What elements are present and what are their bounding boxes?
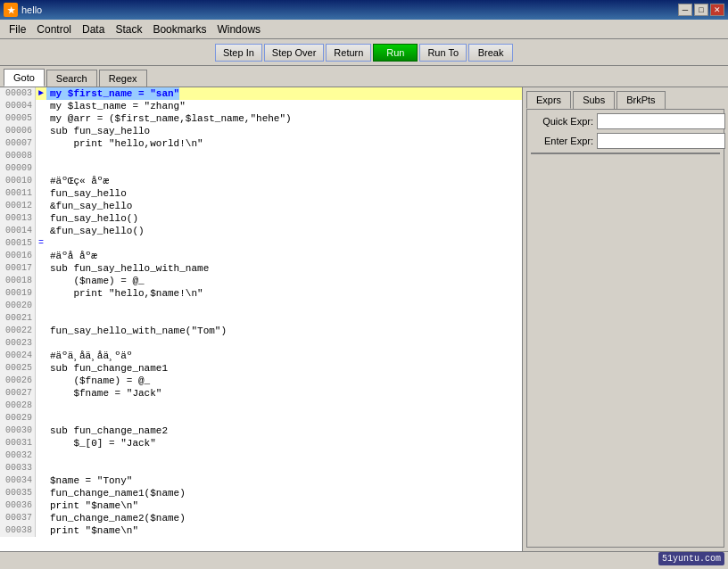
table-row[interactable]: 00004my $last_name = "zhang": [0, 100, 522, 112]
toolbar-btn-return[interactable]: Return: [326, 44, 371, 62]
line-number: 00020: [0, 300, 36, 312]
menu-bookmarks[interactable]: Bookmarks: [147, 21, 211, 37]
line-marker: =: [36, 237, 46, 250]
table-row[interactable]: 00026 ($fname) = @_: [0, 375, 522, 387]
close-button[interactable]: ✕: [710, 4, 724, 16]
line-number: 00011: [0, 187, 36, 200]
line-number: 00010: [0, 175, 36, 187]
table-row[interactable]: 00020: [0, 300, 522, 312]
table-row[interactable]: 00031 $_[0] = "Jack": [0, 437, 522, 449]
menu-file[interactable]: File: [4, 21, 31, 37]
enter-expr-input[interactable]: [597, 133, 725, 149]
line-number: 00023: [0, 337, 36, 350]
tab-brkpts[interactable]: BrkPts: [616, 91, 665, 109]
menu-stack[interactable]: Stack: [110, 21, 147, 37]
table-row[interactable]: 00022fun_say_hello_with_name("Tom"): [0, 325, 522, 337]
line-number: 00032: [0, 449, 36, 462]
table-row[interactable]: 00006sub fun_say_hello: [0, 125, 522, 137]
table-row[interactable]: 00029: [0, 412, 522, 425]
line-code: $fname = "Jack": [46, 387, 161, 400]
menu-control[interactable]: Control: [31, 21, 77, 37]
title-bar: ★ hello ─ □ ✕: [0, 0, 728, 20]
line-number: 00015: [0, 237, 36, 250]
table-row[interactable]: 00009: [0, 162, 522, 175]
table-row[interactable]: 00017sub fun_say_hello_with_name: [0, 262, 522, 275]
quick-expr-input[interactable]: [597, 113, 725, 129]
table-row[interactable]: 00011fun_say_hello: [0, 187, 522, 200]
line-number: 00018: [0, 275, 36, 287]
line-marker: ►: [36, 87, 46, 100]
tab-regex[interactable]: Regex: [99, 70, 147, 87]
table-row[interactable]: 00037fun_change_name2($name): [0, 512, 522, 524]
table-row[interactable]: 00007 print "hello,world!\n": [0, 137, 522, 150]
line-number: 00008: [0, 150, 36, 162]
table-row[interactable]: 00013fun_say_hello(): [0, 212, 522, 225]
line-code: sub fun_say_hello: [46, 125, 150, 137]
line-number: 00038: [0, 524, 36, 537]
table-row[interactable]: 00015=: [0, 237, 522, 250]
menu-data[interactable]: Data: [77, 21, 110, 37]
toolbar-btn-step-over[interactable]: Step Over: [264, 44, 325, 62]
toolbar-btn-step-in[interactable]: Step In: [215, 44, 262, 62]
table-row[interactable]: 00014&fun_say_hello(): [0, 225, 522, 237]
tab-exprs[interactable]: Exprs: [526, 91, 571, 109]
toolbar-btn-run-to[interactable]: Run To: [419, 44, 467, 62]
table-row[interactable]: 00025sub fun_change_name1: [0, 362, 522, 375]
line-code: #äºŒç« åºæ: [46, 175, 109, 187]
table-row[interactable]: 00003►my $first_name = "san": [0, 87, 522, 100]
table-row[interactable]: 00005my @arr = ($first_name,$last_name,"…: [0, 112, 522, 125]
code-panel[interactable]: 00003►my $first_name = "san"00004my $las…: [0, 87, 523, 551]
line-number: 00021: [0, 312, 36, 325]
table-row[interactable]: 00021: [0, 312, 522, 325]
enter-expr-row: Enter Expr:: [531, 133, 720, 149]
line-code: &fun_say_hello: [46, 200, 132, 212]
maximize-button[interactable]: □: [694, 4, 708, 16]
line-number: 00004: [0, 100, 36, 112]
table-row[interactable]: 00016#äºå åºæ: [0, 250, 522, 262]
table-row[interactable]: 00035fun_change_name1($name): [0, 487, 522, 499]
line-number: 00003: [0, 87, 36, 100]
table-row[interactable]: 00012&fun_say_hello: [0, 200, 522, 212]
table-row[interactable]: 00030sub fun_change_name2: [0, 425, 522, 437]
toolbar-btn-break[interactable]: Break: [468, 44, 513, 62]
toolbar-btn-run[interactable]: Run: [373, 44, 418, 62]
line-number: 00025: [0, 362, 36, 375]
minimize-button[interactable]: ─: [678, 4, 692, 16]
line-number: 00016: [0, 250, 36, 262]
line-number: 00037: [0, 512, 36, 524]
quick-expr-label: Quick Expr:: [531, 116, 593, 127]
tab-goto[interactable]: Goto: [4, 69, 45, 87]
table-row[interactable]: 00024#äºä¸åä¸åä¸ºäº: [0, 350, 522, 362]
table-row[interactable]: 00010#äºŒç« åºæ: [0, 175, 522, 187]
table-row[interactable]: 00018 ($name) = @_: [0, 275, 522, 287]
line-code: print "$name\n": [46, 499, 138, 512]
table-row[interactable]: 00027 $fname = "Jack": [0, 387, 522, 400]
line-number: 00022: [0, 325, 36, 337]
line-number: 00024: [0, 350, 36, 362]
title-bar-title: hello: [21, 4, 42, 15]
line-number: 00028: [0, 400, 36, 412]
line-number: 00026: [0, 375, 36, 387]
table-row[interactable]: 00032: [0, 449, 522, 462]
app-icon: ★: [4, 3, 18, 17]
line-number: 00034: [0, 474, 36, 487]
menu-windows[interactable]: Windows: [211, 21, 266, 37]
line-code: $_[0] = "Jack": [46, 437, 156, 449]
table-row[interactable]: 00036print "$name\n": [0, 499, 522, 512]
tab-subs[interactable]: Subs: [573, 91, 615, 109]
line-code: my $first_name = "san": [46, 87, 179, 100]
table-row[interactable]: 00033: [0, 462, 522, 474]
table-row[interactable]: 00034$name = "Tony": [0, 474, 522, 487]
line-code: sub fun_change_name1: [46, 362, 168, 375]
status-bar: [0, 551, 728, 569]
table-row[interactable]: 00008: [0, 150, 522, 162]
table-row[interactable]: 00019 print "hello,$name!\n": [0, 287, 522, 300]
line-number: 00013: [0, 212, 36, 225]
expr-results[interactable]: [531, 153, 720, 154]
table-row[interactable]: 00023: [0, 337, 522, 350]
table-row[interactable]: 00028: [0, 400, 522, 412]
line-number: 00030: [0, 425, 36, 437]
title-bar-buttons: ─ □ ✕: [678, 4, 724, 16]
table-row[interactable]: 00038print "$name\n": [0, 524, 522, 537]
tab-search[interactable]: Search: [46, 70, 97, 87]
